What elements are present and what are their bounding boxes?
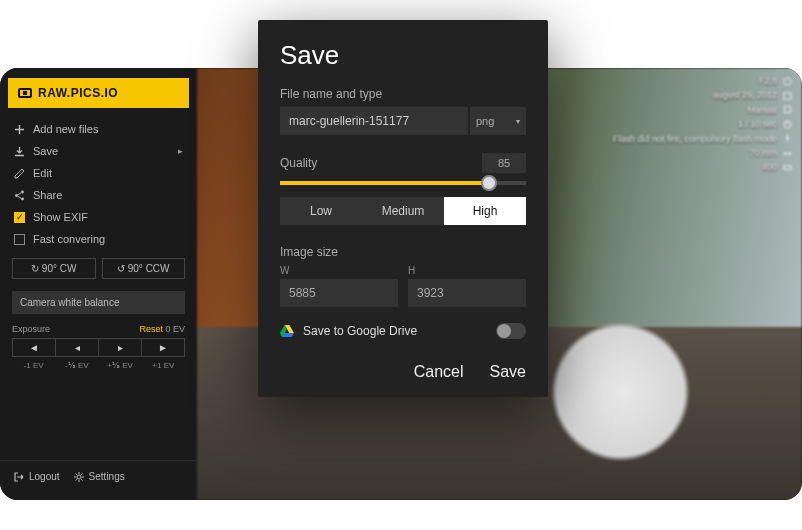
quality-medium[interactable]: Medium xyxy=(362,197,444,225)
quality-low[interactable]: Low xyxy=(280,197,362,225)
exif-row: august 29, 2012 xyxy=(613,88,792,102)
height-label: H xyxy=(408,265,526,276)
exposure-minus-third[interactable]: ◂ xyxy=(56,339,99,356)
filetype-value: png xyxy=(476,115,494,127)
filetype-select[interactable]: png ▾ xyxy=(470,107,526,135)
focal-icon xyxy=(783,149,792,158)
download-icon xyxy=(14,146,25,157)
svg-point-1 xyxy=(15,194,18,197)
exif-value: Manual xyxy=(747,103,777,117)
svg-rect-5 xyxy=(784,93,791,99)
exif-value: 70 mm xyxy=(749,146,777,160)
settings-button[interactable]: Settings xyxy=(74,471,125,482)
exif-row: f 2.8 xyxy=(613,74,792,88)
exif-row: 400 xyxy=(613,160,792,174)
exposure-plus-1[interactable]: ► xyxy=(142,339,184,356)
sidebar-item-add-files[interactable]: Add new files xyxy=(0,118,197,140)
chevron-right-icon: ▸ xyxy=(178,146,183,156)
flash-icon xyxy=(783,134,792,143)
sidebar-item-label: Add new files xyxy=(33,123,98,135)
settings-label: Settings xyxy=(89,471,125,482)
exposure-minus-1[interactable]: ◄ xyxy=(13,339,56,356)
gdrive-row: Save to Google Drive xyxy=(280,323,526,339)
exif-value: Flash did not fire, compulsory flash mod… xyxy=(613,132,777,146)
svg-point-0 xyxy=(21,190,24,193)
exposure-reset[interactable]: Reset xyxy=(139,324,163,334)
share-icon xyxy=(14,190,25,201)
plus-icon xyxy=(14,124,25,135)
dialog-title: Save xyxy=(280,40,526,71)
google-drive-icon xyxy=(280,325,294,337)
size-row: W H xyxy=(280,265,526,307)
iso-icon xyxy=(783,163,792,172)
aperture-icon xyxy=(783,77,792,86)
exif-row: 1 / 10 sec xyxy=(613,117,792,131)
mode-icon xyxy=(783,105,792,114)
exif-row: Flash did not fire, compulsory flash mod… xyxy=(613,132,792,146)
shutter-icon xyxy=(783,120,792,129)
exposure-stepper: ◄ ◂ ▸ ► xyxy=(12,338,185,357)
cancel-button[interactable]: Cancel xyxy=(414,363,464,381)
checkbox-checked-icon: ✓ xyxy=(14,212,25,223)
filename-input[interactable] xyxy=(280,107,468,135)
logo-icon xyxy=(18,88,32,98)
exposure-plus-third[interactable]: ▸ xyxy=(99,339,142,356)
svg-point-2 xyxy=(21,197,24,200)
rotate-ccw-button[interactable]: ↺ 90° CCW xyxy=(102,258,186,279)
sidebar: RAW.PICS.IO Add new files Save ▸ Edit Sh… xyxy=(0,68,197,500)
rotate-cw-label: 90° CW xyxy=(42,263,77,274)
step-label: +1 EV xyxy=(142,361,185,370)
exif-value: f 2.8 xyxy=(759,74,777,88)
sidebar-item-edit[interactable]: Edit xyxy=(0,162,197,184)
exposure-value: 0 EV xyxy=(165,324,185,334)
svg-rect-8 xyxy=(784,166,791,170)
quality-segment: Low Medium High xyxy=(280,197,526,225)
exif-row: Manual xyxy=(613,103,792,117)
sidebar-item-label: Share xyxy=(33,189,62,201)
calendar-icon xyxy=(783,91,792,100)
exif-value: 400 xyxy=(762,160,777,174)
pencil-icon xyxy=(14,168,25,179)
sidebar-footer: Logout Settings xyxy=(0,460,197,492)
rotate-cw-button[interactable]: ↻ 90° CW xyxy=(12,258,96,279)
logo: RAW.PICS.IO xyxy=(8,78,189,108)
svg-point-3 xyxy=(77,475,81,479)
brand-text: RAW.PICS.IO xyxy=(38,86,118,100)
height-input[interactable] xyxy=(408,279,526,307)
width-input[interactable] xyxy=(280,279,398,307)
exposure-label: Exposure xyxy=(12,324,50,334)
logout-button[interactable]: Logout xyxy=(14,471,60,482)
sidebar-item-label: Save xyxy=(33,145,58,157)
exif-panel: f 2.8 august 29, 2012 Manual 1 / 10 sec … xyxy=(613,74,792,175)
exif-row: 70 mm xyxy=(613,146,792,160)
dialog-actions: Cancel Save xyxy=(280,357,526,381)
filename-label: File name and type xyxy=(280,87,526,101)
width-label: W xyxy=(280,265,398,276)
sidebar-item-fast-converting[interactable]: Fast convering xyxy=(0,228,197,250)
exposure-step-labels: -1 EV -⅓ EV +⅓ EV +1 EV xyxy=(12,361,185,370)
quality-header: Quality 85 xyxy=(280,153,526,173)
logout-label: Logout xyxy=(29,471,60,482)
rotate-ccw-label: 90° CCW xyxy=(128,263,170,274)
sidebar-item-share[interactable]: Share xyxy=(0,184,197,206)
slider-fill xyxy=(280,181,489,185)
svg-point-4 xyxy=(784,78,791,85)
sidebar-item-show-exif[interactable]: ✓ Show EXIF xyxy=(0,206,197,228)
sidebar-item-save[interactable]: Save ▸ xyxy=(0,140,197,162)
gdrive-toggle[interactable] xyxy=(496,323,526,339)
slider-thumb[interactable] xyxy=(481,175,497,191)
quality-high[interactable]: High xyxy=(444,197,526,225)
step-label: -⅓ EV xyxy=(55,361,98,370)
sidebar-item-label: Show EXIF xyxy=(33,211,88,223)
quality-value[interactable]: 85 xyxy=(482,153,526,173)
step-label: +⅓ EV xyxy=(99,361,142,370)
svg-rect-6 xyxy=(784,107,790,113)
white-balance-select[interactable]: Camera white balance xyxy=(12,291,185,314)
quality-label: Quality xyxy=(280,156,317,170)
step-label: -1 EV xyxy=(12,361,55,370)
exposure-header: Exposure Reset 0 EV xyxy=(12,324,185,334)
sidebar-item-label: Edit xyxy=(33,167,52,179)
save-button[interactable]: Save xyxy=(490,363,526,381)
quality-slider[interactable] xyxy=(280,181,526,185)
exif-value: august 29, 2012 xyxy=(712,88,777,102)
